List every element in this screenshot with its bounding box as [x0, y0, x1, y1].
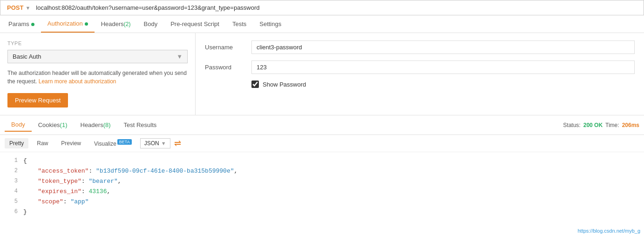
response-tab-test-results[interactable]: Test Results: [117, 119, 163, 131]
format-tab-raw[interactable]: Raw: [32, 138, 53, 148]
auth-content: TYPE Basic Auth ▼ The authorization head…: [0, 33, 644, 115]
format-tab-visualize[interactable]: VisualizeBETA: [89, 138, 136, 149]
format-arrow-icon: ▼: [161, 141, 166, 146]
format-toolbar: Pretty Raw Preview VisualizeBETA JSON ▼ …: [0, 135, 644, 152]
format-select-value: JSON: [144, 140, 159, 147]
type-select[interactable]: Basic Auth ▼: [7, 50, 188, 63]
type-value: Basic Auth: [13, 53, 41, 60]
json-line-1: 1 {: [0, 156, 644, 166]
status-bar: Status: 200 OK Time: 206ms: [563, 122, 639, 128]
type-label: TYPE: [7, 40, 188, 46]
type-arrow-icon: ▼: [176, 53, 183, 60]
url-bar: POST ▼: [0, 0, 644, 15]
preview-request-button[interactable]: Preview Request: [7, 93, 68, 107]
response-tab-headers[interactable]: Headers(8): [74, 119, 117, 131]
json-line-5: 5 "scope": "app": [0, 197, 644, 207]
right-panel: Username Password Show Password: [196, 33, 644, 115]
response-section: Body Cookies(1) Headers(8) Test Results …: [0, 115, 644, 222]
response-tab-body[interactable]: Body: [5, 118, 32, 132]
beta-badge: BETA: [117, 139, 132, 145]
status-value: 200 OK: [583, 122, 603, 128]
username-label: Username: [205, 44, 251, 51]
auth-description: The authorization header will be automat…: [7, 69, 188, 86]
username-field-row: Username: [205, 40, 635, 54]
time-value: 206ms: [622, 122, 639, 128]
json-line-4: 4 "expires_in": 43136,: [0, 187, 644, 197]
response-tab-cookies[interactable]: Cookies(1): [32, 119, 74, 131]
authorization-dot: [85, 22, 88, 26]
tab-body[interactable]: Body: [137, 16, 164, 32]
show-password-label: Show Password: [263, 81, 306, 88]
json-line-6: 6 }: [0, 207, 644, 217]
format-tab-preview[interactable]: Preview: [56, 138, 86, 148]
request-tabs: Params Authorization Headers(2) Body Pre…: [0, 15, 644, 33]
password-label: Password: [205, 64, 251, 71]
tab-params[interactable]: Params: [2, 16, 41, 32]
tab-tests[interactable]: Tests: [226, 16, 253, 32]
json-line-2: 2 "access_token": "b13df590-09cf-461e-84…: [0, 166, 644, 176]
format-select[interactable]: JSON ▼: [140, 138, 170, 148]
password-input[interactable]: [251, 60, 635, 74]
format-tab-pretty[interactable]: Pretty: [5, 138, 28, 148]
learn-more-link[interactable]: Learn more about authorization: [39, 78, 116, 85]
show-password-row: Show Password: [251, 81, 635, 88]
username-input[interactable]: [251, 40, 635, 54]
password-field-row: Password: [205, 60, 635, 74]
tab-headers[interactable]: Headers(2): [95, 16, 137, 32]
method-arrow-icon: ▼: [25, 5, 30, 11]
response-tabs-row: Body Cookies(1) Headers(8) Test Results …: [0, 115, 644, 135]
tab-authorization[interactable]: Authorization: [41, 15, 95, 33]
method-label: POST: [7, 4, 23, 11]
tab-prerequest[interactable]: Pre-request Script: [164, 16, 226, 32]
wrap-icon[interactable]: ⇌: [174, 138, 181, 148]
url-input[interactable]: [36, 4, 639, 11]
time-label: Time:: [605, 122, 619, 128]
status-label: Status:: [563, 122, 580, 128]
left-panel: TYPE Basic Auth ▼ The authorization head…: [0, 33, 196, 115]
method-select[interactable]: POST ▼: [5, 3, 32, 12]
show-password-checkbox[interactable]: [251, 81, 259, 88]
params-dot: [31, 23, 34, 26]
json-line-3: 3 "token_type": "bearer",: [0, 176, 644, 187]
json-viewer: 1 { 2 "access_token": "b13df590-09cf-461…: [0, 152, 644, 222]
tab-settings[interactable]: Settings: [253, 16, 288, 32]
